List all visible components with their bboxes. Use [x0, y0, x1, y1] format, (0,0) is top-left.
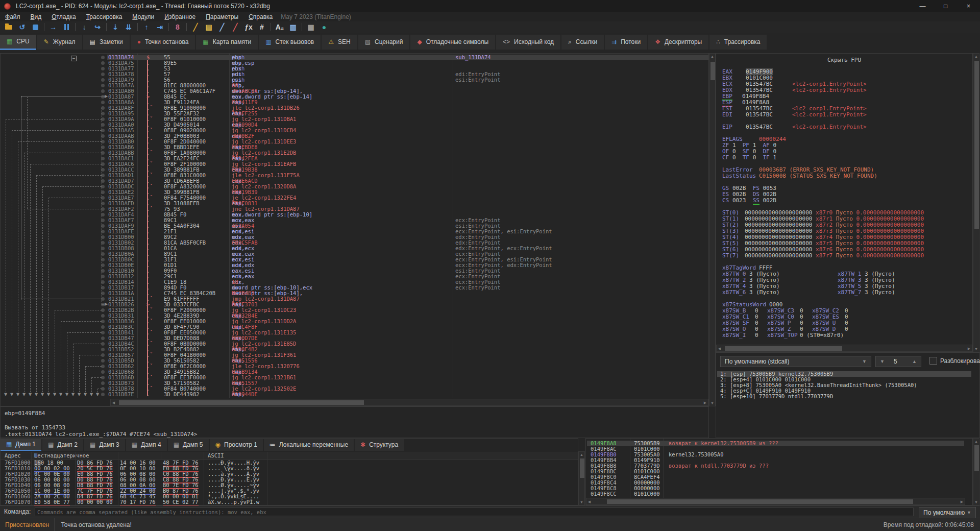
dump-tab-2[interactable]: ▦Дамп 3 — [84, 439, 125, 451]
tab-13[interactable]: ∴Трассировка — [709, 35, 767, 50]
dump-vscrollbar[interactable]: ▲ ▼ — [578, 451, 585, 505]
tab-9[interactable]: <>Исходный код — [496, 35, 560, 50]
dump-tab-1[interactable]: ▦Дамп 2 — [42, 439, 83, 451]
menu-item-7[interactable]: Справка — [243, 13, 278, 20]
argument-row[interactable]: 5: [esp+10] 7703779D ntdll.7703779D — [717, 394, 971, 399]
breakpoint-dot[interactable] — [101, 320, 105, 323]
highlight-icon[interactable]: ╱ — [215, 22, 229, 32]
tab-4[interactable]: ▦Карта памяти — [196, 35, 258, 50]
tab-11[interactable]: ⇉Потоки — [605, 35, 647, 50]
tab-2[interactable]: ▤Заметки — [83, 35, 130, 50]
tab-1[interactable]: ✎Журнал — [37, 35, 82, 50]
disassembly-pane[interactable]: ▼▼▼▼▼▼▼▼▼▼▼▼▼▼▼▼▶▶ – 0131DA74$55push ebp… — [0, 53, 709, 406]
breakpoint-dot[interactable] — [101, 78, 105, 82]
breakpoint-dot[interactable] — [101, 342, 105, 346]
tab-12[interactable]: ❖Дескрипторы — [648, 35, 708, 50]
breakpoint-dot[interactable] — [101, 56, 105, 59]
disasm-row[interactable]: 0131DB0A.89C1mov ecx,eaxecx:EntryPoint — [107, 251, 708, 257]
run-icon[interactable]: → — [46, 22, 60, 32]
disasm-row[interactable]: 0131DB10.09F0or eax,esiesi:EntryPoint — [107, 268, 708, 274]
help-icon[interactable]: ● — [317, 22, 331, 32]
breakpoint-dot[interactable] — [101, 61, 105, 65]
breakpoint-dot[interactable] — [101, 359, 105, 363]
breakpoint-dot[interactable] — [101, 308, 105, 312]
calling-convention-select[interactable]: ▼По умолчанию (stdcall) — [720, 356, 871, 367]
stack-hscrollbar[interactable]: ◀ ▶ — [586, 498, 965, 505]
disasm-row[interactable]: 0131DAF9.BE 54A0F304mov esi,4F3A054esi:E… — [107, 223, 708, 229]
disasm-row[interactable]: 0131DB02.81CA AB5F0CFBor edx,FB0C5FABedx… — [107, 240, 708, 246]
menu-item-6[interactable]: Параметры — [201, 13, 243, 20]
unlocked-checkbox[interactable]: Разблокировано — [929, 357, 980, 365]
tab-10[interactable]: ⌕Ссылки — [561, 35, 604, 50]
disasm-row[interactable]: 0131DB0C.31F1xor ecx,esiecx:EntryPoint, … — [107, 257, 708, 262]
tab-5[interactable]: ▥Стек вызовов — [259, 35, 321, 50]
checkbox-icon[interactable] — [929, 357, 937, 365]
animate-over-icon[interactable]: ⇊ — [122, 22, 135, 32]
maximize-button[interactable]: □ — [934, 0, 957, 12]
command-mode-select[interactable]: ▼По умолчанию — [919, 507, 976, 518]
disasm-row[interactable]: 0131DA77.53push ebx — [107, 66, 708, 71]
dump-row[interactable]: 76FD1070E0 58 0E 7700 00 00 0070 17 FD 7… — [1, 499, 578, 505]
patch-icon[interactable]: ╱ — [229, 22, 242, 32]
tab-8[interactable]: ◆Отладочные символы — [410, 35, 495, 50]
animate-into-icon[interactable]: ⇣ — [109, 22, 122, 32]
breakpoint-dot[interactable] — [101, 370, 105, 374]
registers-pane[interactable]: Скрыть FPU EAX0149F900EBX0101C000ECX0135… — [716, 53, 973, 352]
pause-icon[interactable] — [60, 22, 73, 32]
comment-icon[interactable]: ▤ — [202, 22, 215, 32]
disasm-row[interactable]: 0131DA74$55push ebpsub_131DA74 — [107, 55, 708, 60]
stop-icon[interactable] — [29, 22, 42, 32]
breakpoint-dot[interactable] — [101, 331, 105, 334]
dump-tab-4[interactable]: ▦Дамп 5 — [168, 439, 209, 451]
dump-tab-3[interactable]: ▦Дамп 4 — [126, 439, 167, 451]
font-icon[interactable]: A₂ — [273, 22, 286, 32]
flags-row[interactable]: CF 0 TF 0 IF 1 — [722, 155, 970, 161]
open-file-icon[interactable] — [2, 22, 15, 32]
breakpoint-dot[interactable] — [101, 67, 105, 70]
register-row[interactable]: EIP013547BC<lc2-corp1.EntryPoint> — [722, 124, 970, 130]
breakpoint-dot[interactable] — [101, 84, 105, 87]
disasm-row[interactable]: 0131DB14.C1E9 18shr ecx,18ecx:EntryPoint — [107, 279, 708, 285]
argument-count-spinner[interactable]: ▼ 5 ▲ — [875, 356, 921, 367]
disasm-row[interactable]: 0131DA78.57push ediedi:EntryPoint — [107, 71, 708, 77]
disasm-row[interactable]: 0131DA75.89E5mov ebp,esp — [107, 60, 708, 66]
breakpoint-dot[interactable] — [101, 387, 105, 391]
breakpoint-dot[interactable] — [101, 365, 105, 368]
stack-vscrollbar[interactable]: ▲ ▼ — [973, 438, 979, 505]
menu-item-1[interactable]: Вид — [26, 13, 47, 20]
tab-3[interactable]: ●Точки останова — [131, 35, 195, 50]
dump-tab-6[interactable]: ≔Локальные переменные — [264, 439, 354, 451]
disasm-row[interactable]: 0131DAF2.ˆ75 93jne lc2-corp1.131DA87 — [107, 206, 708, 212]
calculator-fx-icon[interactable]: ƒx — [242, 22, 255, 32]
breakpoint-dot[interactable] — [101, 376, 105, 379]
trace-record-icon[interactable]: 8 — [171, 22, 184, 32]
disassembly-hscrollbar[interactable]: ◀ ▶ — [110, 399, 708, 406]
disasm-row[interactable]: 0131DAF4.8B45 F0mov eax,dword ptr ss:[eb… — [107, 212, 708, 218]
register-row[interactable]: EDI013547BC<lc2-corp1.EntryPoint> — [722, 112, 970, 118]
preferences-icon[interactable]: ▥ — [286, 22, 300, 32]
breakpoint-dot[interactable] — [101, 353, 105, 357]
tab-7[interactable]: ▧Сценарий — [358, 35, 410, 50]
dump-tab-5[interactable]: ◉Просмотр 1 — [210, 439, 263, 451]
registers-hscrollbar[interactable]: ◀ ▶ — [716, 345, 972, 352]
close-button[interactable]: × — [957, 0, 980, 12]
breakpoint-dot[interactable] — [101, 336, 105, 340]
step-into-icon[interactable]: ↓ — [78, 22, 91, 32]
stack-row[interactable]: 0149F8CC0101C000 — [587, 491, 964, 497]
breakpoint-dot[interactable] — [101, 73, 105, 76]
restart-icon[interactable]: ↺ — [15, 22, 29, 32]
hide-fpu-button[interactable]: Скрыть FPU — [716, 57, 972, 63]
command-input[interactable] — [35, 508, 914, 516]
stack-pane[interactable]: 0149F8A8753005B9возврат к kernel32.75300… — [585, 438, 973, 505]
hash-icon[interactable]: # — [255, 22, 268, 32]
breakpoint-dot[interactable] — [101, 348, 105, 351]
collapse-function-icon[interactable]: – — [71, 56, 77, 61]
assemble-icon[interactable]: ╱ — [189, 22, 202, 32]
tab-6[interactable]: ⚠SEH — [322, 35, 357, 50]
breakpoint-dot[interactable] — [101, 89, 105, 93]
menu-item-5[interactable]: Избранное — [159, 13, 201, 20]
disasm-row[interactable]: 0131DAFE.21F1and ecx,esiecx:EntryPoint, … — [107, 229, 708, 234]
disasm-row[interactable]: 0131DA80.C745 EC 0A6C1A7Fmov dword ptr s… — [107, 88, 708, 94]
disassembly-vscrollbar[interactable]: ▲ ▼ — [709, 53, 716, 406]
step-over-icon[interactable]: ↪ — [91, 22, 104, 32]
